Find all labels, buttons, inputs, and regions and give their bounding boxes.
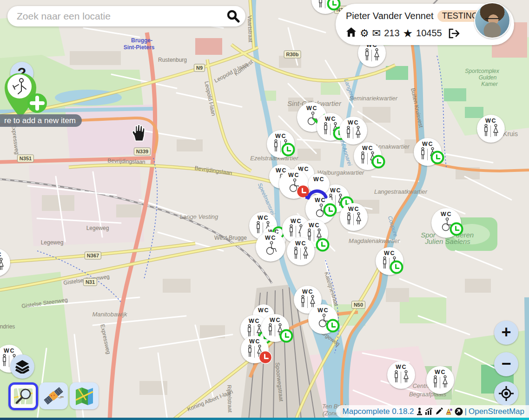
map-label: Expressweg [10, 124, 20, 155]
map-label: Sint-Pieters [124, 44, 155, 51]
home-icon[interactable] [346, 27, 357, 39]
minus-icon: − [501, 355, 511, 372]
osm-attribution-link[interactable]: OpenStreetMap [469, 407, 524, 416]
search-bar [7, 6, 245, 26]
road-ref-badge: N31 [83, 278, 97, 286]
opening-hours-ok-badge [316, 238, 330, 252]
user-name: Pieter Vander Vennet [346, 11, 434, 21]
map-label: Bevrijdingslaan [107, 158, 145, 165]
opening-hours-ok-badge [450, 222, 463, 236]
map-label: Julien Saelens [425, 237, 470, 245]
pencil-icon[interactable] [435, 407, 443, 415]
statistics-icon[interactable] [425, 408, 433, 415]
statue-icon [416, 407, 423, 416]
opening-hours-ok-badge [326, 319, 340, 333]
opening-hours-ok-badge [323, 203, 337, 217]
layers-icon [15, 360, 30, 374]
logout-icon[interactable] [448, 28, 460, 39]
changeset-count: 10455 [416, 28, 442, 39]
map-label: Leopold I-laan [203, 80, 217, 116]
road-ref-badge: N50 [351, 301, 365, 309]
map-label: West-Brugge [214, 235, 247, 241]
zoom-out-button[interactable]: − [494, 352, 518, 376]
toilet-marker-mf[interactable]: WC [426, 366, 454, 394]
add-new-item-pin[interactable] [3, 73, 49, 120]
map-label: Kamer [481, 81, 497, 87]
background-style-satellite-button[interactable] [39, 382, 68, 409]
map-label: Lange Vesting [180, 213, 218, 220]
toilet-marker-wheel[interactable]: WC [256, 232, 285, 262]
crosshair-icon [498, 386, 514, 401]
osm-map-icon [13, 387, 33, 406]
attribution-bar: Mapcomplete 0.18.2 | OpenStreetMap [336, 405, 529, 418]
map-label: Spoorwegstraat [274, 362, 285, 401]
map-overlay-layer: Brugge-Sint-PietersRustenburgSint-Gillis… [0, 0, 529, 420]
add-item-tooltip: re to add a new item [0, 114, 82, 127]
opening-hours-ok-badge [281, 143, 295, 157]
map-label: Langestraatkwartier [374, 188, 427, 195]
closed-now-badge [258, 350, 272, 364]
geolocate-button[interactable] [494, 381, 518, 406]
avatar[interactable] [474, 2, 510, 39]
toilet-marker-mf[interactable]: WC [0, 249, 10, 276]
map-label: Expressweg [99, 324, 112, 355]
road-ref-badge: N351 [17, 155, 34, 163]
search-input[interactable] [16, 10, 226, 22]
settings-gear-icon[interactable]: ⚙ [360, 28, 369, 39]
opening-hours-ok-badge [371, 155, 385, 169]
map-label: Katelijnestraat [323, 271, 340, 307]
map-label: Langerei [343, 78, 356, 101]
map-label: Sportcomplex [465, 68, 499, 74]
map-label: Gistelse Steenweg [21, 296, 68, 309]
messages-envelope-icon[interactable]: ✉ [372, 28, 381, 39]
hand-cursor-icon [131, 124, 146, 144]
toilet-marker-mf[interactable]: WC [287, 237, 315, 265]
map-label: Magdalenakwartier [349, 237, 400, 244]
opening-hours-ok-badge [390, 260, 403, 274]
map-label: Coupure [387, 215, 399, 237]
map-label: Legeweg [41, 239, 64, 246]
satellite-icon [43, 386, 64, 406]
map-label: ndries [0, 323, 15, 330]
map-label: Rustenburg [158, 57, 187, 63]
selected-marker-arc [305, 184, 329, 202]
road-ref-badge: N367 [85, 252, 101, 260]
app-version[interactable]: Mapcomplete 0.18.2 [343, 407, 414, 416]
plus-icon: + [501, 324, 511, 341]
map-label: Speelmansrei [257, 182, 277, 216]
map-label: Kruis [503, 130, 518, 138]
road-ref-badge: R30b [284, 51, 301, 59]
message-count: 213 [384, 28, 399, 39]
search-icon[interactable] [226, 9, 240, 23]
map-label: Gulden [479, 74, 497, 81]
license-icon[interactable] [455, 407, 463, 416]
avatar-glasses [485, 18, 499, 23]
mapcomplete-app: Brugge-Sint-PietersRustenburgSint-Gillis… [0, 0, 529, 420]
changesets-star-icon: ★ [403, 28, 413, 39]
road-ref-badge: N9 [194, 64, 205, 72]
opening-hours-ok-badge [430, 151, 444, 164]
community-icon[interactable] [445, 408, 453, 415]
map-label: Leopold II-laan [213, 61, 249, 84]
road-ref-badge: N339 [134, 148, 151, 156]
toilet-marker-mf[interactable]: WC [477, 115, 505, 143]
background-style-map-button[interactable] [70, 382, 99, 409]
map-label: Legeweg [86, 225, 109, 231]
attribution-separator: | [465, 407, 467, 416]
opening-hours-ok-badge [279, 329, 293, 343]
background-style-osm-button[interactable] [8, 382, 38, 410]
layers-button[interactable] [10, 354, 34, 379]
opening-hours-ok-badge [327, 0, 341, 11]
map-label: Vaartstraat [246, 15, 254, 42]
map-label: Brugge- [131, 37, 152, 44]
user-panel[interactable]: Pieter Vander Vennet TESTING ⚙ ✉ 213 ★ 1… [336, 4, 514, 45]
toilet-marker-mf[interactable]: WC [340, 203, 368, 231]
folded-map-icon [74, 386, 94, 406]
toilet-marker-mf[interactable]: WC [339, 117, 367, 144]
toilet-marker-mf[interactable]: WC [387, 361, 415, 389]
bottom-strip [0, 418, 529, 420]
map-label: Buiten Kruisvest [410, 87, 424, 128]
zoom-in-button[interactable]: + [494, 321, 518, 345]
map-label: Manitobawijk [92, 311, 127, 318]
map-label: Bevrijdingslaan [194, 164, 233, 176]
